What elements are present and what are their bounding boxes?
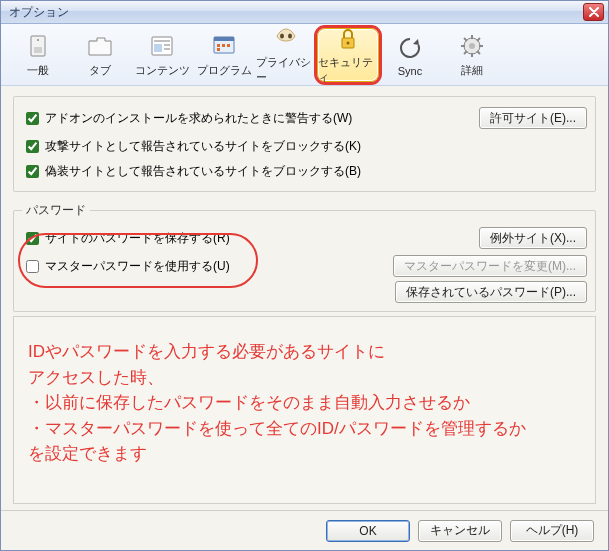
svg-rect-4 [154,40,170,42]
svg-point-15 [288,33,292,38]
svg-line-24 [464,38,467,41]
cancel-button[interactable]: キャンセル [418,520,502,542]
block-forgery-checkbox[interactable] [26,165,39,178]
svg-rect-13 [217,48,220,51]
svg-point-17 [347,41,350,44]
tab-general[interactable]: 一般 [7,28,69,82]
save-passwords-checkbox[interactable] [26,232,39,245]
svg-line-25 [477,51,480,54]
security-panel: アドオンのインストールを求められたときに警告する(W) 許可サイト(E)... … [1,86,608,510]
svg-rect-10 [217,44,220,47]
options-window: オプション 一般 タブ コンテンツ [0,0,609,551]
addon-warn-checkbox[interactable] [26,112,39,125]
annotation-line: を設定できます [28,441,581,467]
use-master-label: マスターパスワードを使用する(U) [45,258,393,275]
block-forgery-label: 偽装サイトとして報告されているサイトをブロックする(B) [45,163,587,180]
sync-icon [395,34,425,62]
security-icon [333,26,363,52]
tab-label: セキュリティ [318,55,378,85]
tab-label: 詳細 [461,63,483,78]
use-master-checkbox[interactable] [26,260,39,273]
annotation-line: IDやパスワードを入力する必要があるサイトに [28,339,581,365]
svg-rect-6 [164,44,170,46]
addon-warn-label: アドオンのインストールを求められたときに警告する(W) [45,110,479,127]
svg-rect-5 [154,44,162,52]
saved-passwords-button[interactable]: 保存されているパスワード(P)... [395,281,587,303]
annotation-line: ・以前に保存したパスワードをそのまま自動入力させるか [28,390,581,416]
svg-rect-11 [222,44,225,47]
close-icon [589,7,599,17]
warnings-group: アドオンのインストールを求められたときに警告する(W) 許可サイト(E)... … [13,96,596,192]
tab-privacy[interactable]: プライバシー [255,28,317,82]
svg-line-26 [477,38,480,41]
annotation-note: IDやパスワードを入力する必要があるサイトに アクセスした時、 ・以前に保存した… [13,316,596,504]
block-attack-checkbox[interactable] [26,140,39,153]
svg-line-27 [464,51,467,54]
annotation-line: アクセスした時、 [28,365,581,391]
help-button[interactable]: ヘルプ(H) [510,520,594,542]
content-icon [147,32,177,60]
tab-label: Sync [398,65,422,77]
tab-label: プログラム [197,63,252,78]
annotation-line: ・マスターパスワードを使って全てのID/パスワードを管理するか [28,416,581,442]
password-exceptions-button[interactable]: 例外サイト(X)... [479,227,587,249]
svg-rect-9 [214,37,234,41]
category-toolbar: 一般 タブ コンテンツ プログラム プライバシー [1,24,608,86]
passwords-group: パスワード サイトのパスワードを保存する(R) 例外サイト(X)... マスター… [13,202,596,312]
close-button[interactable] [583,3,604,21]
tab-security[interactable]: セキュリティ [317,28,379,82]
tab-label: タブ [89,63,111,78]
svg-rect-7 [164,48,170,50]
tab-sync[interactable]: Sync [379,28,441,82]
svg-rect-2 [34,47,42,53]
privacy-icon [271,26,301,52]
tab-label: 一般 [27,63,49,78]
applications-icon [209,32,239,60]
window-title: オプション [9,4,583,21]
change-master-button: マスターパスワードを変更(M)... [393,255,587,277]
save-passwords-label: サイトのパスワードを保存する(R) [45,230,479,247]
titlebar: オプション [1,1,608,24]
tab-applications[interactable]: プログラム [193,28,255,82]
dialog-footer: OK キャンセル ヘルプ(H) [1,510,608,550]
tab-tabs[interactable]: タブ [69,28,131,82]
ok-button[interactable]: OK [326,520,410,542]
svg-rect-12 [227,44,230,47]
passwords-legend: パスワード [22,202,90,219]
allowed-sites-button[interactable]: 許可サイト(E)... [479,107,587,129]
svg-point-19 [469,43,475,49]
advanced-icon [457,32,487,60]
tab-label: コンテンツ [135,63,190,78]
tab-advanced[interactable]: 詳細 [441,28,503,82]
svg-point-1 [37,39,39,41]
general-icon [23,32,53,60]
tab-content[interactable]: コンテンツ [131,28,193,82]
tabs-icon [85,32,115,60]
svg-point-14 [280,33,284,38]
tab-label: プライバシー [256,55,316,85]
block-attack-label: 攻撃サイトとして報告されているサイトをブロックする(K) [45,138,587,155]
